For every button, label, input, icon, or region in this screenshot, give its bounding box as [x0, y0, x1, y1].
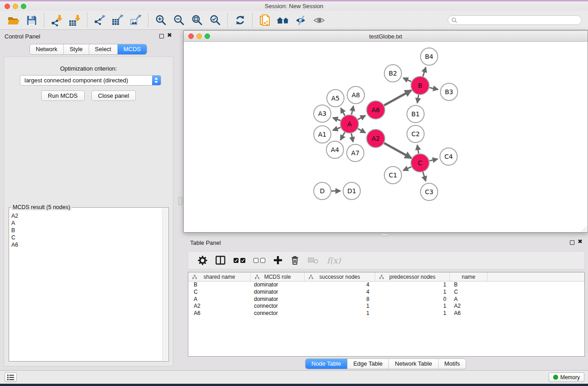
- table-tab-edge-table[interactable]: Edge Table: [347, 359, 389, 369]
- save-session-button[interactable]: [24, 13, 39, 28]
- graph-edge-A-A7[interactable]: [351, 133, 353, 142]
- column-settings-button[interactable]: [198, 253, 207, 267]
- first-neighbors-button[interactable]: [276, 13, 290, 28]
- table-tabs: Node TableEdge TableNetwork TableMotifs: [306, 359, 466, 369]
- unchecked-checkbox-icon: [253, 258, 258, 263]
- graph-node-label: A8: [352, 91, 360, 99]
- close-panel-button[interactable]: Close panel: [91, 91, 136, 101]
- graph-edge-A-A1[interactable]: [333, 128, 340, 131]
- tab-select[interactable]: Select: [89, 44, 118, 54]
- open-session-button[interactable]: [6, 13, 21, 28]
- column-header-predecessor-nodes[interactable]: predecessor nodes: [375, 272, 450, 281]
- result-item[interactable]: A: [11, 219, 161, 227]
- column-header-successor-nodes[interactable]: successor nodes: [305, 272, 375, 281]
- hide-selection-button[interactable]: [294, 13, 308, 28]
- export-table-button[interactable]: [110, 13, 125, 28]
- column-header-MCDS-role[interactable]: MCDS role: [251, 272, 305, 281]
- graph-edge-C-C1[interactable]: [403, 167, 411, 171]
- mcds-result-box: MCDS result (5 nodes) A2ABCA6: [9, 207, 169, 362]
- result-item[interactable]: A2: [11, 212, 161, 219]
- graph-edge-A-A6[interactable]: [358, 115, 366, 119]
- graph-edge-C-C3[interactable]: [423, 172, 425, 181]
- tab-network[interactable]: Network: [30, 44, 64, 54]
- horizontal-divider-grip[interactable]: [381, 234, 388, 236]
- run-mcds-button[interactable]: Run MCDS: [41, 91, 85, 101]
- close-panel-icon[interactable]: ✖: [167, 32, 172, 38]
- graph-edge-C-C2[interactable]: [417, 145, 419, 154]
- table-row[interactable]: Bdominator41B: [188, 281, 584, 289]
- function-builder-button[interactable]: f(x): [327, 253, 341, 267]
- zoom-in-button[interactable]: [153, 13, 168, 28]
- search-field[interactable]: [448, 15, 582, 25]
- control-panel-tabs: NetworkStyleSelectMCDS: [30, 44, 147, 54]
- table-tab-network-table[interactable]: Network Table: [389, 359, 438, 369]
- graph-node-label: A7: [351, 149, 359, 157]
- graph-edge-A2-C[interactable]: [384, 143, 411, 158]
- graph-edge-A6-B[interactable]: [384, 91, 411, 105]
- mcds-buttons-row: Run MCDS Close panel: [4, 91, 173, 101]
- table-row[interactable]: A2connector11A2: [188, 303, 584, 310]
- graph-edge-B-B2[interactable]: [403, 78, 411, 81]
- graph-node-label: B3: [445, 88, 454, 95]
- graph-edge-B-B4[interactable]: [423, 67, 425, 76]
- graph-node-label: D: [320, 187, 325, 195]
- network-canvas[interactable]: B4B2BB3A5A8A6B1A3AA1C2A2A4A7C4CC1C3DD1: [184, 42, 588, 232]
- result-scrollbar[interactable]: [162, 208, 168, 361]
- show-all-button[interactable]: [312, 13, 326, 28]
- import-table-button[interactable]: [67, 13, 82, 28]
- task-history-button[interactable]: [5, 372, 17, 382]
- close-table-panel-icon[interactable]: ✖: [578, 238, 583, 245]
- table-tab-node-table[interactable]: Node Table: [306, 359, 348, 369]
- delete-table-button[interactable]: [307, 253, 319, 267]
- table-tab-motifs[interactable]: Motifs: [438, 359, 466, 369]
- graph-node-label: D1: [347, 187, 356, 195]
- panel-divider-grip[interactable]: [178, 197, 182, 205]
- import-network-button[interactable]: [49, 13, 64, 28]
- criterion-dropdown[interactable]: largest connected component (directed): [20, 75, 161, 86]
- column-selector-button[interactable]: [215, 253, 225, 267]
- plus-icon: [273, 256, 282, 265]
- result-item[interactable]: C: [11, 234, 161, 241]
- graph-edge-C-C4[interactable]: [430, 159, 438, 161]
- zoom-out-button[interactable]: [172, 13, 186, 28]
- mcds-panel: Optimization criterion: largest connecte…: [4, 57, 173, 367]
- column-header-name[interactable]: name: [450, 272, 488, 281]
- delete-row-button[interactable]: [291, 253, 299, 267]
- float-table-panel-icon[interactable]: [570, 240, 574, 245]
- export-image-button[interactable]: [129, 13, 143, 28]
- graph-edge-A-A2[interactable]: [358, 129, 365, 133]
- column-type-icon: [309, 275, 313, 279]
- export-network-button[interactable]: [92, 13, 107, 28]
- select-all-button[interactable]: [234, 253, 245, 267]
- add-row-button[interactable]: [273, 253, 282, 267]
- table-row[interactable]: Cdominator41C: [188, 289, 584, 296]
- app-window: Session: New Session: [0, 1, 588, 382]
- checked-checkbox-icon: [234, 258, 239, 263]
- column-type-icon: [379, 275, 384, 279]
- new-network-from-selection-button[interactable]: [258, 13, 272, 28]
- graph-edge-A-A3[interactable]: [333, 118, 340, 121]
- refresh-button[interactable]: [233, 13, 247, 28]
- graph-edge-A-A8[interactable]: [352, 106, 354, 114]
- node-table[interactable]: shared nameMCDS rolesuccessor nodesprede…: [188, 272, 585, 357]
- table-cell: dominator: [251, 289, 305, 296]
- column-header-shared-name[interactable]: shared name: [188, 272, 251, 281]
- tab-mcds[interactable]: MCDS: [118, 44, 147, 54]
- table-row[interactable]: A6connector11A6: [188, 310, 584, 317]
- graph-edge-B-B3[interactable]: [430, 88, 438, 90]
- graph-edge-B-B1[interactable]: [417, 95, 419, 103]
- toolbar-separator: [227, 13, 228, 28]
- zoom-fit-button[interactable]: [190, 13, 204, 28]
- tab-style[interactable]: Style: [64, 44, 89, 54]
- graph-node-label: C: [418, 159, 422, 167]
- result-item[interactable]: A6: [11, 241, 161, 248]
- graph-edge-A-A5[interactable]: [341, 108, 345, 116]
- table-row[interactable]: Adominator80A: [188, 296, 584, 303]
- graph-edge-A-A4[interactable]: [340, 132, 345, 140]
- deselect-all-button[interactable]: [253, 253, 265, 267]
- memory-button[interactable]: Memory: [549, 372, 584, 382]
- zoom-selected-button[interactable]: [208, 13, 222, 28]
- float-panel-icon[interactable]: [159, 34, 164, 38]
- result-item[interactable]: B: [11, 227, 161, 234]
- search-input[interactable]: [459, 17, 578, 24]
